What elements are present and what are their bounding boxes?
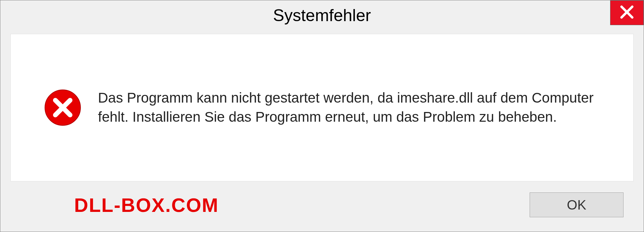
content-panel: Das Programm kann nicht gestartet werden… <box>10 34 634 181</box>
close-button[interactable] <box>610 0 644 25</box>
close-icon <box>620 5 634 21</box>
error-icon <box>44 89 81 126</box>
ok-button-label: OK <box>567 197 586 213</box>
error-message: Das Programm kann nicht gestartet werden… <box>98 89 613 126</box>
watermark-text: DLL-BOX.COM <box>74 194 219 216</box>
titlebar: Systemfehler <box>0 0 644 31</box>
ok-button[interactable]: OK <box>530 192 624 217</box>
dialog-title: Systemfehler <box>273 6 371 25</box>
system-error-dialog: Systemfehler Das Programm kann nicht ges… <box>0 0 644 232</box>
footer: DLL-BOX.COM OK <box>0 188 644 232</box>
